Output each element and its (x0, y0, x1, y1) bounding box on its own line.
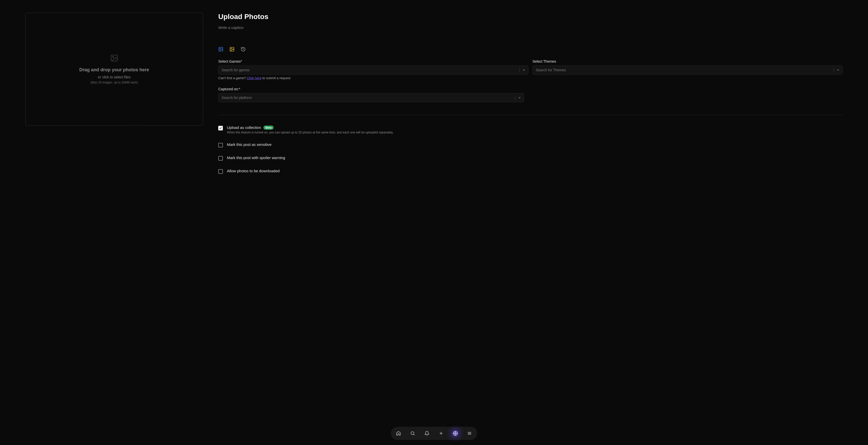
nav-notifications-icon[interactable] (422, 429, 431, 438)
platform-search-input[interactable] (219, 96, 515, 100)
platform-caret[interactable] (515, 95, 524, 100)
games-label: Select Games* (218, 59, 528, 63)
spoiler-checkbox[interactable] (218, 156, 223, 161)
frame-image-icon[interactable] (229, 47, 235, 52)
themes-label: Select Themes (532, 59, 843, 63)
beta-badge: Beta (264, 126, 274, 130)
page-title: Upload Photos (218, 13, 843, 21)
svg-point-5 (231, 48, 232, 49)
svg-point-11 (455, 433, 456, 434)
collection-label: Upload as collection (227, 125, 261, 130)
games-select[interactable] (218, 65, 528, 74)
insert-image-icon[interactable] (218, 47, 223, 52)
svg-point-6 (411, 432, 414, 435)
themes-search-input[interactable] (533, 68, 834, 72)
sensitive-checkbox[interactable] (218, 143, 223, 148)
svg-point-3 (220, 48, 221, 49)
collection-description: When this feature is turned on, you can … (227, 131, 843, 134)
caption-input[interactable] (218, 25, 843, 46)
collection-checkbox[interactable] (218, 126, 223, 130)
submit-game-link[interactable]: Click here (247, 76, 261, 80)
themes-select[interactable] (532, 65, 843, 74)
svg-line-7 (414, 434, 415, 435)
history-icon[interactable] (241, 47, 246, 52)
nav-app-icon[interactable] (451, 429, 460, 438)
dropzone-hint: (Max 20 images, up to 20MB each) (91, 81, 138, 84)
svg-point-1 (113, 56, 114, 57)
dropzone-title: Drag and drop your photos here (79, 67, 149, 72)
sensitive-label: Mark this post as sensitive (227, 142, 272, 147)
themes-caret[interactable] (834, 67, 842, 72)
platform-label: Captured on:* (218, 87, 524, 91)
bottom-nav (391, 427, 477, 440)
dropzone-subtitle: or click to select files (98, 75, 130, 79)
platform-select[interactable] (218, 93, 524, 102)
image-placeholder-icon (110, 54, 118, 62)
section-divider (218, 115, 843, 115)
games-search-input[interactable] (219, 68, 519, 72)
nav-menu-icon[interactable] (465, 429, 474, 438)
nav-search-icon[interactable] (408, 429, 417, 438)
photo-dropzone[interactable]: Drag and drop your photos here or click … (25, 13, 203, 126)
download-label: Allow photos to be downloaded (227, 169, 280, 173)
games-caret[interactable] (519, 67, 528, 72)
spoiler-label: Mark this post with spoiler warning (227, 156, 285, 160)
nav-add-icon[interactable] (437, 429, 446, 438)
nav-home-icon[interactable] (394, 429, 403, 438)
games-helper: Can't find a game? Click here to submit … (218, 76, 528, 80)
download-checkbox[interactable] (218, 169, 223, 174)
